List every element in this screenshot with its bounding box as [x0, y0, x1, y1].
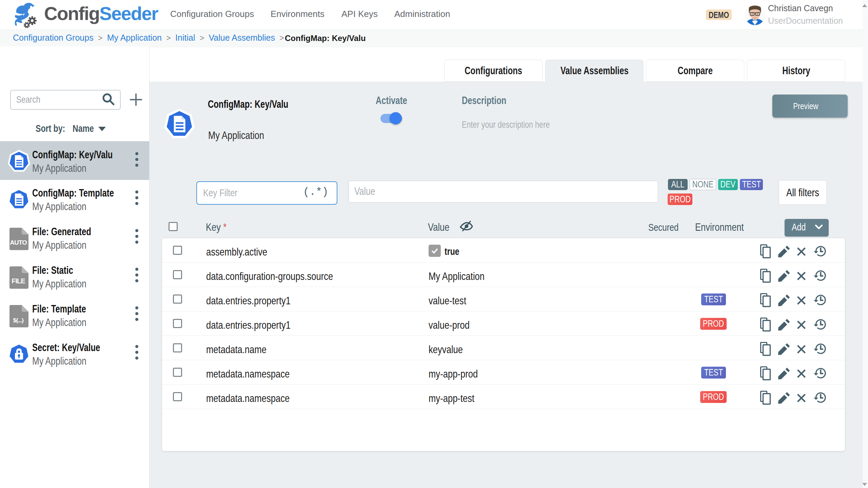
- svg-text:FILE: FILE: [12, 277, 25, 285]
- svg-text:${...}: ${...}: [13, 317, 24, 324]
- svg-text:AUTO: AUTO: [10, 239, 27, 246]
